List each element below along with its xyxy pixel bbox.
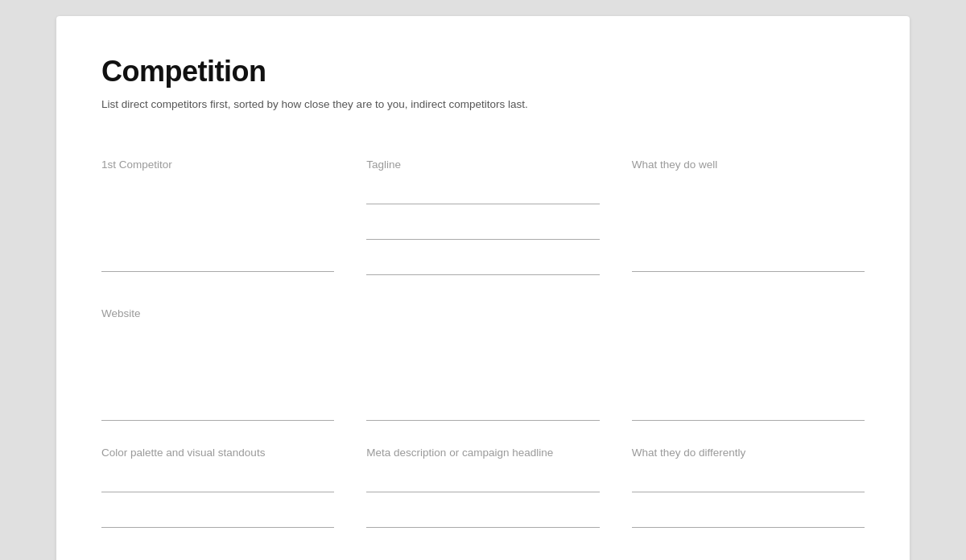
label-website: Website (101, 307, 334, 319)
input-tagline-2[interactable] (366, 211, 599, 240)
label-tagline: Tagline (366, 159, 599, 171)
label-do-differently: What they do differently (632, 447, 865, 459)
differently-fields (632, 463, 865, 560)
section-do-well-extra (632, 307, 865, 421)
input-do-well[interactable] (632, 175, 865, 272)
section-do-differently: What they do differently (632, 447, 865, 560)
input-tagline-extra[interactable] (366, 324, 599, 421)
tagline-fields (366, 175, 599, 282)
label-competitor: 1st Competitor (101, 159, 334, 171)
label-meta-desc: Meta description or campaign headline (366, 447, 599, 459)
section-do-well: What they do well (632, 159, 865, 282)
input-website[interactable] (101, 324, 334, 421)
section-competitor-name: 1st Competitor (101, 159, 334, 282)
label-tagline-extra (366, 307, 599, 319)
label-do-well-extra (632, 307, 865, 319)
section-website: Website (101, 307, 334, 421)
page-title: Competition (101, 55, 865, 89)
input-meta-3[interactable] (366, 534, 599, 560)
input-differently-2[interactable] (632, 499, 865, 528)
page-container: Competition List direct competitors firs… (56, 16, 910, 560)
section-tagline-extra (366, 307, 599, 421)
input-color-3[interactable] (101, 534, 334, 560)
meta-desc-fields (366, 463, 599, 560)
input-meta-1[interactable] (366, 463, 599, 492)
input-color-2[interactable] (101, 499, 334, 528)
page-subtitle: List direct competitors first, sorted by… (101, 98, 865, 110)
input-competitor[interactable] (101, 175, 334, 272)
form-grid: 1st Competitor Tagline What they do well… (101, 159, 865, 560)
input-tagline-3[interactable] (366, 246, 599, 275)
input-meta-2[interactable] (366, 499, 599, 528)
input-differently-3[interactable] (632, 534, 865, 560)
label-do-well: What they do well (632, 159, 865, 171)
label-color-palette: Color palette and visual standouts (101, 447, 334, 459)
color-palette-fields (101, 463, 334, 560)
input-do-well-extra[interactable] (632, 324, 865, 421)
section-tagline: Tagline (366, 159, 599, 282)
section-meta-desc: Meta description or campaign headline (366, 447, 599, 560)
input-differently-1[interactable] (632, 463, 865, 492)
section-color-palette: Color palette and visual standouts (101, 447, 334, 560)
input-tagline-1[interactable] (366, 175, 599, 204)
input-color-1[interactable] (101, 463, 334, 492)
